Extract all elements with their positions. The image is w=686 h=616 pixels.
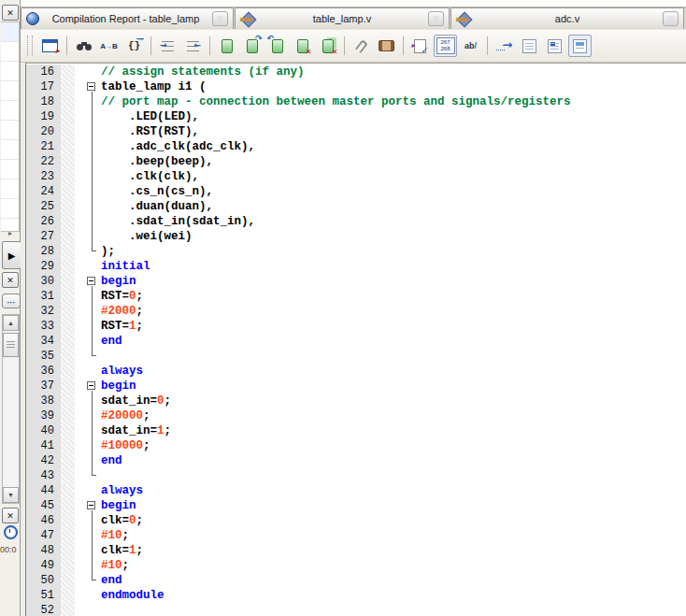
tab-compilation-report[interactable]: Compilation Report - table_lamp: [21, 7, 234, 29]
code-line[interactable]: 49#10;: [26, 558, 686, 573]
code-line[interactable]: 46clk=0;: [26, 513, 686, 528]
fold-collapse-icon[interactable]: [75, 498, 101, 513]
go-to-line-icon[interactable]: →: [493, 35, 516, 57]
code-text: sdat_in=0;: [101, 394, 171, 408]
code-line[interactable]: 34end: [26, 334, 686, 349]
fold-bar: [75, 453, 101, 468]
code-line[interactable]: 47#10;: [26, 528, 686, 543]
code-line[interactable]: 18// port map - connection between maste…: [26, 94, 686, 109]
code-line[interactable]: 50end: [26, 573, 686, 588]
view-plain-text-icon[interactable]: [518, 35, 541, 57]
gutter-hatch: [61, 79, 75, 94]
tab-close-icon[interactable]: [428, 11, 444, 26]
code-line[interactable]: 28);: [26, 244, 686, 259]
panel-close-icon[interactable]: [2, 508, 19, 523]
fold-bar: [75, 543, 101, 558]
fold-margin: [75, 483, 101, 498]
code-line[interactable]: 23 .clk(clk),: [26, 169, 686, 184]
code-line[interactable]: 27 .wei(wei): [26, 229, 686, 244]
code-line[interactable]: 22 .beep(beep),: [26, 154, 686, 169]
analyze-current-file-icon[interactable]: [408, 35, 432, 57]
code-line[interactable]: 17table_lamp i1 (: [26, 79, 686, 94]
code-line[interactable]: 40sdat_in=1;: [26, 423, 686, 438]
tab-close-icon[interactable]: [212, 11, 228, 26]
dock-panel-list[interactable]: [1, 21, 20, 232]
code-line[interactable]: 35: [26, 349, 686, 364]
increase-indent-icon[interactable]: [156, 35, 179, 57]
code-line[interactable]: 26 .sdat_in(sdat_in),: [26, 214, 686, 229]
code-line[interactable]: 42end: [26, 453, 686, 468]
gutter-hatch: [61, 154, 75, 169]
scrollbar-thumb[interactable]: [3, 333, 19, 357]
view-formatted-icon[interactable]: [568, 35, 592, 57]
clear-bookmark-icon[interactable]: [291, 35, 314, 57]
gutter-hatch: [61, 319, 75, 334]
code-line[interactable]: 37begin: [26, 379, 686, 394]
scroll-down-icon[interactable]: ▼: [3, 487, 19, 503]
code-line[interactable]: 36always: [26, 364, 686, 379]
view-outline-icon[interactable]: [543, 35, 566, 57]
scroll-up-icon[interactable]: ▲: [3, 315, 19, 331]
toolbar-grip[interactable]: [27, 36, 33, 56]
tab-table-lamp-v[interactable]: table_lamp.v: [235, 7, 450, 29]
line-number: 39: [26, 408, 61, 423]
code-editor[interactable]: 16// assign statements (if any)17table_l…: [25, 63, 686, 616]
run-button[interactable]: [2, 241, 21, 269]
code-line[interactable]: 39#20000;: [26, 408, 686, 423]
line-number: 16: [26, 64, 61, 79]
code-line[interactable]: 41#10000;: [26, 438, 686, 453]
code-text: end: [101, 453, 122, 468]
code-line[interactable]: 51endmodule: [26, 588, 686, 603]
replace-icon[interactable]: A→B: [97, 35, 121, 57]
fold-collapse-icon[interactable]: [75, 79, 101, 94]
previous-bookmark-icon[interactable]: [265, 35, 289, 57]
code-line[interactable]: 16// assign statements (if any): [26, 64, 686, 79]
insert-bookmark-icon[interactable]: [215, 35, 238, 57]
panel-close-icon[interactable]: [2, 5, 19, 21]
tab-adc-v[interactable]: adc.v: [450, 7, 684, 29]
show-line-numbers-icon[interactable]: 267268: [434, 35, 457, 57]
code-line[interactable]: 31RST=0;: [26, 289, 686, 304]
line-number: 32: [26, 304, 61, 319]
gutter-hatch: [61, 289, 75, 304]
fold-margin: [75, 364, 101, 379]
code-line[interactable]: 29initial: [26, 259, 686, 274]
panel-close-icon[interactable]: [2, 272, 19, 288]
browse-button[interactable]: [2, 294, 21, 308]
find-icon[interactable]: [72, 35, 95, 57]
code-line[interactable]: 25 .duan(duan),: [26, 199, 686, 214]
line-number: 20: [26, 124, 61, 139]
find-matching-delimiter-icon[interactable]: {}→: [122, 35, 146, 57]
fold-corner: [75, 573, 101, 588]
code-line[interactable]: 43: [26, 468, 686, 483]
code-line[interactable]: 44always: [26, 483, 686, 498]
insert-template-icon[interactable]: [375, 35, 398, 57]
dock-scrollbar[interactable]: ▲ ▼: [2, 314, 20, 504]
code-line[interactable]: 24 .cs_n(cs_n),: [26, 184, 686, 199]
code-line[interactable]: 48clk=1;: [26, 543, 686, 558]
code-line[interactable]: 21 .adc_clk(adc_clk),: [26, 139, 686, 154]
tab-close-icon[interactable]: [663, 11, 679, 26]
gutter-hatch: [61, 379, 75, 394]
line-number: 43: [26, 468, 61, 483]
gutter-hatch: [61, 468, 75, 483]
decrease-indent-icon[interactable]: [181, 35, 205, 57]
hscroll-right-icon[interactable]: ▸: [8, 229, 12, 237]
editor-window-icon[interactable]: [38, 35, 62, 57]
gutter-hatch: [61, 304, 75, 319]
fold-collapse-icon[interactable]: [75, 274, 101, 289]
code-line[interactable]: 33RST=1;: [26, 319, 686, 334]
code-line[interactable]: 45begin: [26, 498, 686, 513]
fold-collapse-icon[interactable]: [75, 379, 101, 394]
code-line[interactable]: 38sdat_in=0;: [26, 394, 686, 408]
insert-file-icon[interactable]: [350, 35, 373, 57]
code-line[interactable]: 20 .RST(RST),: [26, 124, 686, 139]
code-line[interactable]: 52: [26, 603, 686, 616]
next-bookmark-icon[interactable]: [240, 35, 264, 57]
code-line[interactable]: 19 .LED(LED),: [26, 109, 686, 124]
code-line[interactable]: 30begin: [26, 274, 686, 289]
line-number: 23: [26, 169, 61, 184]
syntax-coloring-icon[interactable]: ab/: [459, 35, 482, 57]
code-line[interactable]: 32#2000;: [26, 304, 686, 319]
clear-all-bookmarks-icon[interactable]: [316, 35, 339, 57]
